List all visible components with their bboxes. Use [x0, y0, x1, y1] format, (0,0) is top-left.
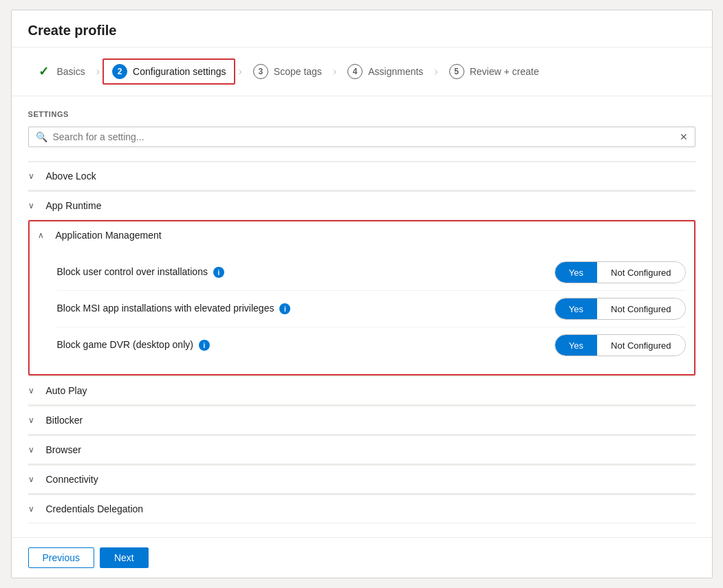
step-circle-assignments: 4 [347, 64, 363, 79]
toggle-not-configured-block-game-dvr[interactable]: Not Configured [597, 335, 684, 356]
next-button[interactable]: Next [100, 547, 149, 568]
clear-search-icon[interactable]: ✕ [680, 131, 688, 142]
main-content: SETTINGS 🔍 ✕ ∨ Above Lock ∨ App Runtime … [12, 96, 712, 537]
footer: Previous Next [12, 537, 712, 578]
search-input[interactable] [53, 131, 674, 142]
toggle-yes-block-game-dvr[interactable]: Yes [555, 335, 597, 356]
category-label-connectivity: Connectivity [46, 474, 98, 485]
step-separator-4: › [434, 65, 438, 78]
category-row-bitlocker[interactable]: ∨ Bitlocker [28, 406, 695, 435]
setting-row-block-game-dvr: Block game DVR (desktop only) i Yes Not … [57, 327, 686, 363]
wizard-step-review[interactable]: 5 Review + create [441, 60, 548, 83]
category-auto-play: ∨ Auto Play [28, 375, 695, 405]
settings-section-header: SETTINGS [28, 110, 695, 118]
category-row-credentials-delegation[interactable]: ∨ Credentials Delegation [28, 494, 695, 523]
create-profile-window: Create profile ✓ Basics › 2 Configuratio… [11, 10, 713, 578]
setting-label-block-msi-app: Block MSI app installations with elevate… [57, 302, 415, 316]
search-icon: 🔍 [36, 131, 47, 142]
step-circle-review: 5 [449, 64, 464, 79]
toggle-block-msi-app: Yes Not Configured [554, 298, 686, 320]
info-icon-block-game-dvr[interactable]: i [199, 340, 210, 351]
category-label-application-management: Application Management [56, 230, 162, 241]
step-circle-basics: ✓ [36, 64, 52, 79]
toggle-block-game-dvr: Yes Not Configured [554, 334, 686, 356]
step-label-review: Review + create [470, 66, 539, 77]
category-row-auto-play[interactable]: ∨ Auto Play [28, 376, 695, 405]
step-label-basics: Basics [57, 66, 85, 77]
category-browser: ∨ Browser [28, 435, 695, 464]
previous-button[interactable]: Previous [28, 547, 94, 568]
chevron-above-lock: ∨ [28, 171, 39, 181]
application-management-settings: Block user control over installations i … [30, 249, 694, 374]
chevron-bitlocker: ∨ [28, 415, 39, 425]
search-bar: 🔍 ✕ [28, 127, 695, 147]
chevron-connectivity: ∨ [28, 475, 39, 484]
step-separator-1: › [96, 65, 100, 78]
info-icon-block-msi-app[interactable]: i [279, 303, 290, 314]
setting-text-block-msi-app: Block MSI app installations with elevate… [57, 302, 274, 316]
chevron-browser: ∨ [28, 445, 39, 455]
category-row-browser[interactable]: ∨ Browser [28, 435, 695, 464]
page-title: Create profile [12, 10, 712, 47]
category-row-connectivity[interactable]: ∨ Connectivity [28, 465, 695, 494]
toggle-block-user-control: Yes Not Configured [554, 261, 686, 283]
wizard-step-scope-tags[interactable]: 3 Scope tags [245, 60, 330, 83]
step-label-assignments: Assignments [368, 66, 423, 77]
setting-row-block-msi-app: Block MSI app installations with elevate… [57, 291, 686, 327]
category-app-runtime: ∨ App Runtime [28, 190, 695, 220]
toggle-not-configured-block-msi-app[interactable]: Not Configured [597, 298, 684, 319]
step-label-configuration: Configuration settings [133, 66, 226, 77]
chevron-app-runtime: ∨ [28, 201, 39, 210]
setting-label-block-user-control: Block user control over installations i [57, 265, 415, 279]
step-separator-2: › [238, 65, 241, 78]
category-label-auto-play: Auto Play [46, 385, 87, 396]
category-label-browser: Browser [46, 444, 81, 455]
step-circle-scope-tags: 3 [253, 64, 268, 79]
category-connectivity: ∨ Connectivity [28, 464, 695, 494]
chevron-application-management: ∧ [38, 230, 49, 240]
setting-label-block-game-dvr: Block game DVR (desktop only) i [57, 338, 415, 352]
category-label-app-runtime: App Runtime [46, 200, 102, 211]
toggle-yes-block-msi-app[interactable]: Yes [555, 298, 597, 319]
setting-text-block-user-control: Block user control over installations [57, 265, 208, 279]
step-circle-configuration: 2 [112, 64, 127, 79]
step-separator-3: › [333, 65, 336, 78]
wizard-step-assignments[interactable]: 4 Assignments [339, 60, 431, 83]
setting-row-block-user-control: Block user control over installations i … [57, 254, 686, 291]
category-label-bitlocker: Bitlocker [46, 415, 83, 426]
category-bitlocker: ∨ Bitlocker [28, 405, 695, 435]
wizard-navigation: ✓ Basics › 2 Configuration settings › 3 … [12, 47, 712, 96]
wizard-step-basics[interactable]: ✓ Basics [28, 60, 94, 83]
category-label-credentials-delegation: Credentials Delegation [46, 503, 144, 514]
category-credentials-delegation: ∨ Credentials Delegation [28, 494, 695, 523]
highlighted-application-management: ∧ Application Management Block user cont… [28, 220, 695, 375]
chevron-credentials-delegation: ∨ [28, 504, 39, 514]
category-label-above-lock: Above Lock [46, 171, 96, 182]
chevron-auto-play: ∨ [28, 386, 39, 395]
info-icon-block-user-control[interactable]: i [213, 267, 224, 278]
toggle-not-configured-block-user-control[interactable]: Not Configured [597, 262, 684, 283]
category-row-application-management[interactable]: ∧ Application Management [30, 221, 694, 249]
setting-text-block-game-dvr: Block game DVR (desktop only) [57, 338, 193, 352]
category-row-app-runtime[interactable]: ∨ App Runtime [28, 191, 695, 220]
category-row-above-lock[interactable]: ∨ Above Lock [28, 162, 695, 190]
step-label-scope-tags: Scope tags [274, 66, 322, 77]
toggle-yes-block-user-control[interactable]: Yes [555, 262, 597, 283]
category-above-lock: ∨ Above Lock [28, 161, 695, 190]
wizard-step-configuration[interactable]: 2 Configuration settings [102, 58, 235, 85]
